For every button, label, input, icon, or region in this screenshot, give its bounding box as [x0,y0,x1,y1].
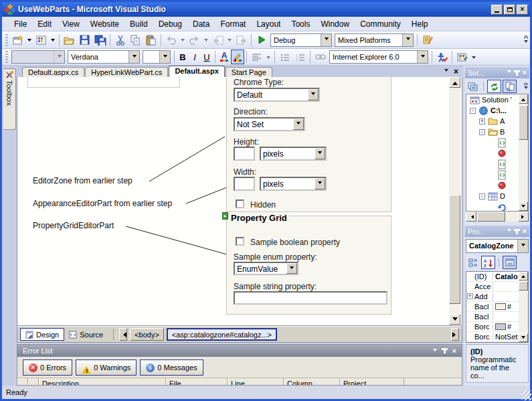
target-browser-combo[interactable]: Internet Explorer 6.0 [329,50,428,64]
combo-dropdown[interactable] [402,34,413,46]
height-unit-combo[interactable]: pixels [260,147,327,161]
pin-icon[interactable] [516,229,518,234]
toolbar-overflow[interactable] [523,35,530,45]
close-button[interactable]: × [517,5,528,15]
menu-window[interactable]: Window [315,17,355,31]
column-header-line[interactable]: Line [228,378,284,386]
sample-boolean-checkbox[interactable] [236,237,244,246]
hyperlink-button[interactable] [313,50,328,64]
close-panel-icon[interactable]: × [523,228,527,235]
undo-dropdown[interactable] [179,33,187,48]
column-header-column[interactable]: Column [284,378,340,386]
combo-dropdown[interactable] [321,34,331,46]
menu-edit[interactable]: Edit [32,17,57,31]
warnings-filter-button[interactable]: ! 0 Warnings [76,359,137,376]
copy-button[interactable] [128,33,143,48]
pin-icon[interactable] [444,348,446,353]
combo-dropdown[interactable] [286,263,297,274]
redo-button[interactable] [187,33,202,48]
html-source-options-button[interactable] [454,50,470,64]
new-website-button[interactable] [10,33,25,48]
design-surface[interactable]: EditorZone from earlier step AppearanceE… [17,77,462,326]
paste-button[interactable] [143,33,159,48]
property-grid-vscrollbar[interactable] [519,272,528,342]
menu-data[interactable]: Data [187,17,215,31]
combo-dropdown[interactable] [517,240,528,252]
window-position-dropdown[interactable] [433,349,437,353]
underline-button[interactable]: U [201,50,213,64]
width-unit-combo[interactable]: pixels [260,177,327,191]
scroll-down-button[interactable] [449,314,460,325]
save-all-button[interactable] [92,33,108,48]
active-files-dropdown[interactable] [444,69,448,74]
style-combo[interactable] [11,50,65,64]
toolbox-tab[interactable]: Toolbox [3,68,16,130]
minimize-button[interactable] [491,5,503,15]
menu-community[interactable]: Community [355,17,406,31]
check-accessibility-button[interactable] [434,50,450,64]
column-header-file[interactable]: File [166,378,228,386]
height-input[interactable] [234,147,255,161]
errors-filter-button[interactable]: ✕ 0 Errors [23,359,72,376]
toolbar-options-overflow[interactable] [470,50,478,64]
menu-debug[interactable]: Debug [153,17,187,31]
scroll-track[interactable] [449,88,460,314]
nest-related-files-button[interactable] [503,80,517,93]
tag-nav-right-button[interactable] [451,328,459,341]
combo-dropdown[interactable] [315,178,325,189]
scroll-thumb[interactable] [449,195,460,304]
redo-dropdown[interactable] [202,33,210,48]
categorized-button[interactable] [466,256,480,269]
chrome-type-combo[interactable]: Default [234,88,320,102]
scroll-up-button[interactable] [449,77,460,88]
menu-help[interactable]: Help [406,17,434,31]
column-header-icon[interactable] [28,378,39,386]
font-color-button[interactable]: A [217,50,231,64]
new-website-dropdown[interactable] [25,33,33,48]
menu-view[interactable]: View [57,17,85,31]
scroll-thumb[interactable] [519,105,528,140]
combo-dropdown[interactable] [417,51,428,63]
sample-string-input[interactable] [234,291,387,305]
expand-icon[interactable]: + [467,293,473,299]
webpart-glyph-icon[interactable]: ▸ [222,212,228,220]
collapse-icon[interactable]: - [479,193,485,199]
close-document-icon[interactable]: × [454,68,458,76]
scroll-down-button[interactable] [519,333,528,342]
menu-file[interactable]: File [9,17,32,31]
error-list-header[interactable]: Error List × [17,345,462,357]
tab-default-aspx-cs[interactable]: Default.aspx.cs [22,67,84,77]
combo-dropdown[interactable] [308,89,319,100]
sample-enum-combo[interactable]: EnumValue [234,262,298,275]
scroll-right-button[interactable] [518,212,529,222]
column-header-icon[interactable] [17,378,28,386]
open-file-button[interactable] [62,33,77,48]
tab-hyperlinkwebpart-cs[interactable]: HyperLinkWebPart.cs [85,67,168,77]
property-pages-button[interactable] [503,256,517,269]
design-vscrollbar[interactable] [449,77,460,325]
maximize-button[interactable] [504,5,515,15]
scroll-track[interactable] [519,280,528,333]
direction-combo[interactable]: Not Set [234,117,305,131]
collapse-icon[interactable]: - [470,108,476,114]
scroll-left-button[interactable] [466,212,476,222]
tag-body-button[interactable]: <body> [130,328,164,341]
combo-dropdown[interactable] [128,51,139,63]
menu-build[interactable]: Build [124,17,153,31]
combo-dropdown[interactable] [293,118,304,130]
scroll-thumb[interactable] [477,212,505,222]
solution-explorer-header[interactable]: Sol... × [465,67,529,78]
font-size-combo[interactable] [143,50,171,64]
italic-button[interactable]: I [189,50,201,64]
object-selector-combo[interactable]: CatalogZone [466,239,529,253]
bold-button[interactable]: B [177,50,189,64]
solution-config-combo[interactable]: Debug [270,33,332,47]
resize-grip[interactable] [521,390,531,400]
toolbar-grip[interactable] [5,34,8,46]
menu-layout[interactable]: Layout [251,17,286,31]
menu-format[interactable]: Format [215,17,251,31]
scroll-track[interactable] [476,212,518,222]
collapse-icon[interactable]: - [479,129,485,135]
highlight-color-button[interactable] [231,50,244,64]
tree-hscrollbar[interactable] [466,212,529,222]
